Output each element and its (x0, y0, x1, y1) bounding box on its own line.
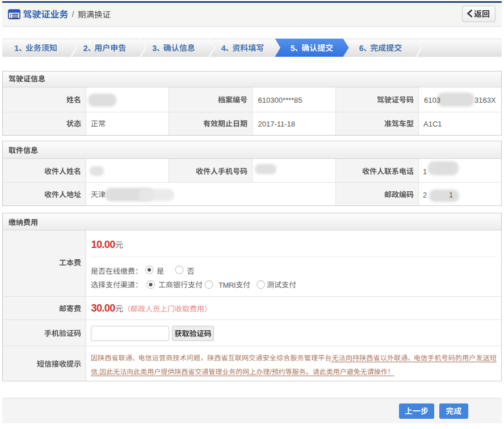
svg-text:1: 1 (423, 167, 427, 176)
svg-text:2: 2 (423, 191, 427, 199)
svg-text:/: / (72, 9, 75, 19)
svg-text:10.00: 10.00 (91, 239, 116, 250)
svg-text:4: 4 (221, 44, 226, 53)
svg-text:1: 1 (449, 191, 453, 199)
svg-text:3163X: 3163X (474, 96, 496, 104)
svg-text:/: / (270, 368, 272, 376)
svg-text:TMRI: TMRI (219, 281, 236, 289)
svg-text:30.00: 30.00 (91, 302, 116, 314)
svg-text:3: 3 (152, 44, 157, 53)
svg-text:2017-11-18: 2017-11-18 (258, 120, 296, 128)
svg-text:,: , (98, 368, 99, 376)
svg-text:610300****85: 610300****85 (258, 96, 303, 104)
svg-text:6: 6 (359, 44, 364, 53)
svg-text:1: 1 (14, 44, 19, 53)
svg-text:5: 5 (291, 44, 295, 53)
svg-text:6103: 6103 (424, 96, 440, 104)
svg-text:2: 2 (83, 44, 88, 53)
svg-text:A1C1: A1C1 (423, 120, 442, 128)
